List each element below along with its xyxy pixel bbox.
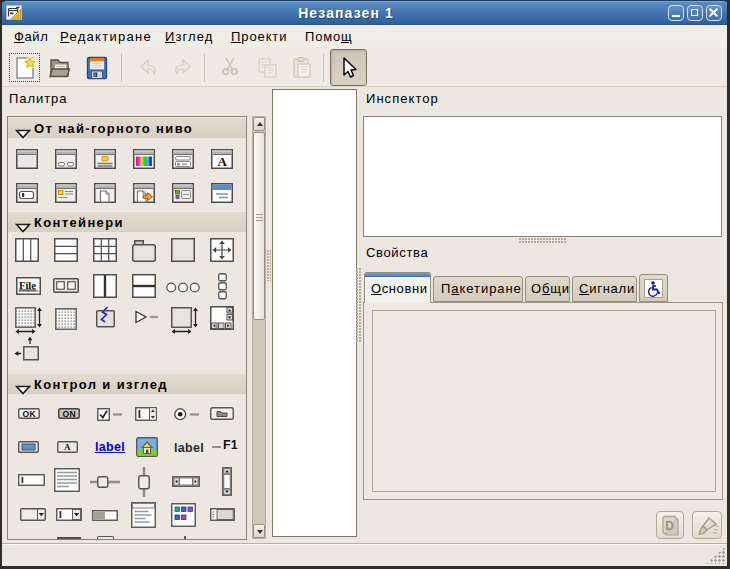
svg-text:File: File	[19, 280, 36, 291]
svg-text:ON: ON	[63, 409, 77, 419]
svg-text:A: A	[218, 154, 228, 169]
svg-text:A: A	[64, 442, 71, 452]
svg-text:D: D	[665, 519, 674, 533]
svg-text:OK: OK	[23, 409, 37, 419]
